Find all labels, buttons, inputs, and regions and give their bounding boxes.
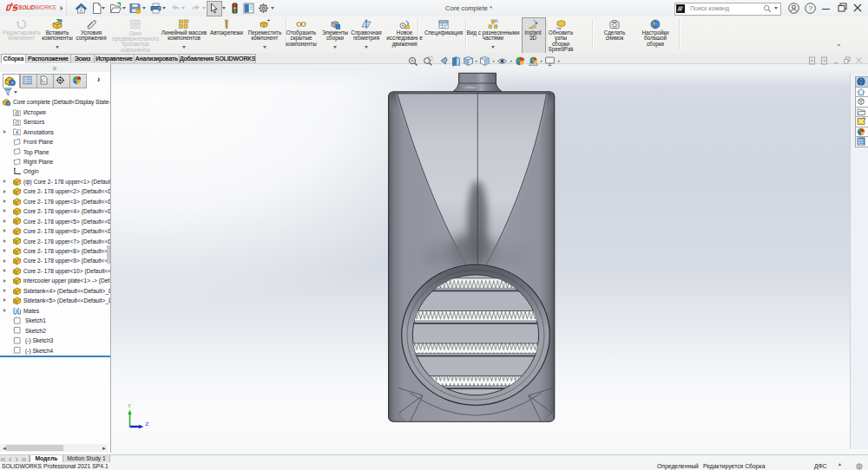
svg-text:SOLIDWORKS: SOLIDWORKS: [18, 4, 56, 10]
svg-text:!: !: [137, 10, 138, 14]
svg-text:?: ?: [808, 4, 812, 12]
svg-text:Y: Y: [128, 403, 131, 408]
svg-text:Z: Z: [146, 421, 149, 427]
